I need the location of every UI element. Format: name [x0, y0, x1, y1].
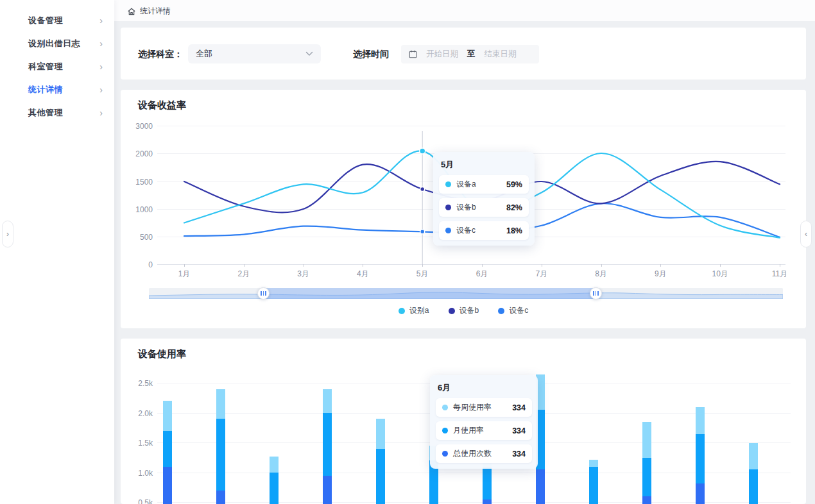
tooltip-series-value: 18%: [506, 226, 522, 235]
y-axis-label: 1.5k: [126, 439, 153, 448]
series-dot-icon: [442, 428, 448, 433]
y-axis-label: 500: [126, 233, 153, 242]
tooltip-series-value: 59%: [506, 180, 522, 189]
tooltip-series-name: 总使用次数: [453, 448, 507, 459]
tooltip-row: 设备b82%: [439, 198, 529, 217]
series-dot-icon: [442, 451, 448, 457]
bar-segment-4月: [323, 476, 332, 504]
bar-segment-2月: [216, 419, 225, 491]
legend-label: 设备c: [509, 305, 528, 316]
bar-segment-1月: [163, 401, 172, 431]
datazoom-left-handle[interactable]: [257, 287, 270, 299]
bar-segment-11月: [696, 434, 705, 483]
bar-segment-8月: [536, 469, 545, 504]
series-dot-icon: [445, 205, 451, 210]
legend-item-2[interactable]: 设备b: [449, 305, 479, 316]
revenue-tooltip: 5月 设备a59%设备b82%设备c18%: [433, 152, 535, 246]
sidebar-expand-button[interactable]: ›: [2, 221, 13, 248]
panel-collapse-button[interactable]: ‹: [800, 221, 812, 248]
gridline: [157, 264, 785, 265]
x-axis-tick: [660, 264, 661, 267]
time-filter-label: 选择时间: [353, 49, 389, 60]
series-dot-icon: [445, 181, 451, 187]
end-date-input[interactable]: 结束日期: [485, 49, 517, 60]
x-axis-label: 3月: [297, 269, 309, 280]
start-date-input[interactable]: 开始日期: [426, 49, 458, 60]
chevron-right-icon: ›: [99, 108, 103, 118]
y-axis-label: 2.5k: [126, 379, 153, 388]
x-axis-label: 6月: [476, 269, 488, 280]
chevron-right-icon: ›: [6, 230, 9, 239]
tooltip-row: 设备a59%: [439, 175, 529, 194]
legend-item-1[interactable]: 设别a: [399, 305, 429, 316]
x-axis-label: 2月: [237, 269, 250, 280]
x-axis-label: 7月: [535, 269, 547, 280]
y-axis-label: 1.0k: [126, 469, 153, 478]
x-axis-tick: [542, 264, 542, 267]
filter-card: 选择科室： 全部 选择时间 开始日期 至 结束日期: [121, 28, 806, 80]
bar-segment-1月: [163, 431, 172, 467]
sidebar-item-2[interactable]: 设别出借日志›: [0, 32, 114, 55]
x-axis-label: 5月: [416, 269, 429, 280]
x-axis-tick: [720, 264, 721, 267]
tooltip-row: 月使用率334: [436, 421, 532, 440]
tooltip-series-value: 82%: [506, 203, 522, 212]
tooltip-row: 总使用次数334: [436, 444, 532, 463]
legend-dot-icon: [449, 308, 455, 314]
bar-segment-2月: [216, 491, 225, 504]
sidebar-item-label: 其他管理: [28, 107, 99, 119]
legend-dot-icon: [498, 308, 504, 314]
series-dot-icon: [445, 228, 451, 233]
sidebar-item-3[interactable]: 科室管理›: [0, 55, 114, 78]
tooltip-series-name: 每周使用率: [453, 402, 507, 413]
tooltip-title: 5月: [441, 159, 529, 171]
breadcrumb-title: 统计详情: [140, 6, 171, 17]
x-axis-label: 1月: [178, 269, 191, 280]
y-axis-label: 3000: [126, 122, 153, 131]
sidebar: 设备管理›设别出借日志›科室管理›统计详情›其他管理›: [0, 0, 114, 504]
bar-segment-3月: [270, 457, 279, 473]
tooltip-series-value: 334: [512, 426, 526, 435]
usage-chart-card: 设备使用率 2.5k2.0k1.5k1.0k0.5k 6月 每周使用率334月使…: [121, 339, 806, 504]
bar-segment-9月: [589, 467, 598, 504]
bar-segment-12月: [749, 443, 758, 470]
x-axis-label: 9月: [655, 269, 667, 280]
bar-segment-10月: [642, 458, 651, 496]
bar-segment-1月: [163, 467, 172, 504]
legend-item-3[interactable]: 设备c: [498, 305, 528, 316]
x-axis-tick: [780, 264, 780, 267]
home-icon: [127, 7, 136, 16]
breadcrumb-bar: 统计详情: [114, 0, 815, 21]
tooltip-series-value: 334: [512, 403, 526, 412]
revenue-chart-card: 设备收益率 300020001500100050001月2月3月4月5月6月7月…: [121, 90, 806, 328]
bar-segment-12月: [749, 469, 758, 504]
datazoom-selected-range[interactable]: [263, 288, 596, 299]
department-select[interactable]: 全部: [188, 44, 321, 63]
x-axis-label: 11月: [772, 269, 787, 280]
x-axis-tick: [184, 264, 185, 267]
tooltip-title: 6月: [438, 382, 532, 394]
sidebar-item-1[interactable]: 设备管理›: [0, 9, 114, 32]
legend-label: 设备b: [459, 305, 479, 316]
bar-segment-5月: [376, 419, 385, 449]
sidebar-item-5[interactable]: 其他管理›: [0, 101, 114, 124]
bar-segment-9月: [589, 460, 598, 467]
bar-segment-4月: [323, 413, 332, 476]
x-axis-tick: [482, 264, 483, 267]
datazoom-right-handle[interactable]: [590, 287, 602, 299]
sidebar-item-label: 设备管理: [28, 15, 99, 26]
datazoom-slider[interactable]: [149, 288, 783, 299]
y-axis-label: 0.5k: [126, 498, 153, 504]
usage-chart-title: 设备使用率: [138, 348, 186, 360]
chevron-right-icon: ›: [99, 15, 103, 26]
breadcrumb[interactable]: 统计详情: [127, 6, 171, 17]
x-axis-tick: [244, 264, 244, 267]
sidebar-item-4[interactable]: 统计详情›: [0, 78, 114, 101]
tooltip-series-name: 设备c: [456, 225, 501, 236]
bar-segment-2月: [216, 389, 225, 419]
series-dot-icon: [442, 405, 448, 410]
tooltip-row: 每周使用率334: [436, 398, 532, 417]
date-range-picker[interactable]: 开始日期 至 结束日期: [401, 45, 539, 63]
department-select-value: 全部: [196, 48, 305, 60]
bar-segment-11月: [696, 407, 705, 434]
